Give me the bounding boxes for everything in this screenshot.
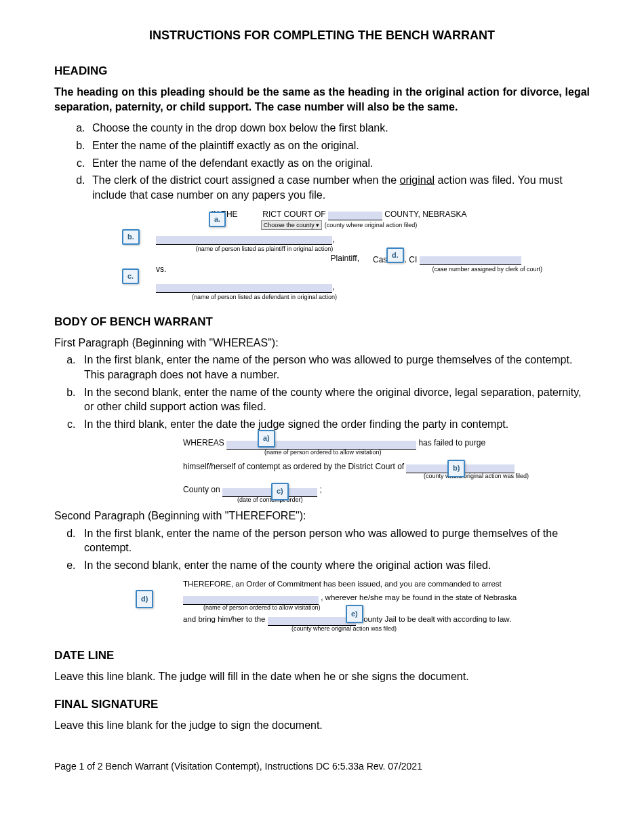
plaintiff-caption: (name of person listed as plaintiff in o… — [156, 245, 373, 253]
heading-list: Choose the county in the drop down box b… — [54, 121, 590, 202]
county-dropdown[interactable]: Choose the county ▾ — [261, 220, 323, 230]
callout-a: a. — [209, 212, 226, 227]
dateline-heading: DATE LINE — [54, 648, 590, 664]
heading-heading: HEADING — [54, 64, 590, 79]
court-title-line: IN THE RICT COURT OF COUNTY, NEBRASKA Ch… — [129, 209, 549, 229]
whereas-line2: himself/herself of contempt as ordered b… — [183, 462, 404, 471]
body-list-2: In the first blank, enter the name of th… — [54, 526, 590, 573]
callout-b: b. — [122, 229, 140, 245]
therefore-figure: d) e) THEREFORE, an Order of Commitment … — [183, 578, 569, 634]
callout-e2: e) — [346, 605, 363, 623]
heading-item-d: The clerk of the district court assigned… — [88, 173, 590, 202]
whereas-label: WHEREAS — [183, 438, 224, 448]
finalsig-heading: FINAL SIGNATURE — [54, 697, 590, 713]
heading-item-a: Choose the county in the drop down box b… — [88, 121, 590, 136]
second-para-label: Second Paragraph (Beginning with "THEREF… — [54, 509, 590, 523]
defendant-blank — [156, 284, 332, 293]
callout-c2: c) — [271, 483, 289, 500]
therefore-cap1: (name of person ordered to allow visitat… — [203, 603, 569, 613]
defendant-caption: (name of person listed as defendant in o… — [156, 293, 373, 301]
dateline-text: Leave this line blank. The judge will fi… — [54, 669, 590, 684]
therefore-line1: THEREFORE, an Order of Commitment has be… — [183, 578, 569, 591]
therefore-cap2: (county where original action was filed) — [291, 624, 569, 634]
vs-label: vs. — [156, 264, 373, 275]
heading-item-d-underline: original — [400, 174, 435, 186]
heading-item-b: Enter the name of the plaintiff exactly … — [88, 138, 590, 153]
body-item-d: In the first blank, enter the name of th… — [79, 526, 590, 555]
court-suffix: COUNTY, NEBRASKA — [384, 210, 466, 219]
therefore-line3post: County Jail to be dealt with according t… — [358, 615, 511, 623]
body-heading: BODY OF BENCH WARRANT — [54, 315, 590, 330]
plaintiff-label: Plaintiff, — [129, 253, 373, 264]
whereas-figure: a) b) c) WHEREAS has failed to purge (na… — [183, 437, 549, 504]
case-no-caption: (case number assigned by clerk of court) — [373, 265, 549, 273]
body-item-c: In the third blank, enter the date the j… — [79, 417, 590, 432]
therefore-line2tail: , wherever he/she may be found in the st… — [321, 593, 517, 601]
callout-b2: b) — [447, 460, 465, 477]
whereas-cap2: (county where original action was filed) — [183, 471, 549, 481]
finalsig-text: Leave this line blank for the judge to s… — [54, 718, 590, 733]
page-title: INSTRUCTIONS FOR COMPLETING THE BENCH WA… — [54, 27, 590, 43]
callout-c: c. — [122, 269, 139, 284]
callout-d: d. — [386, 247, 404, 263]
first-para-label: First Paragraph (Beginning with "WHEREAS… — [54, 336, 590, 351]
therefore-line3pre: and bring him/her to the — [183, 615, 265, 623]
body-item-a: In the first blank, enter the name of th… — [79, 353, 590, 382]
body-list-1: In the first blank, enter the name of th… — [54, 353, 590, 431]
heading-intro: The heading on this pleading should be t… — [54, 85, 590, 114]
whereas-tail1: has failed to purge — [418, 438, 485, 448]
county-caption: (county where original action filed) — [325, 222, 418, 229]
body-item-b: In the second blank, enter the name of t… — [79, 385, 590, 414]
plaintiff-blank — [156, 236, 332, 245]
case-heading-figure: a. b. c. d. IN THE RICT COURT OF COUNTY,… — [129, 209, 549, 300]
court-mid: RICT COURT OF — [262, 210, 325, 219]
heading-item-d-pre: The clerk of the district court assigned… — [92, 174, 400, 186]
case-no-blank — [420, 256, 521, 265]
body-item-e: In the second blank, enter the name of t… — [79, 558, 590, 573]
callout-a2: a) — [258, 430, 275, 448]
callout-d2: d) — [136, 590, 153, 608]
page-footer: Page 1 of 2 Bench Warrant (Visitation Co… — [54, 760, 590, 773]
whereas-line3pre: County on — [183, 485, 220, 494]
heading-item-c: Enter the name of the defendant exactly … — [88, 156, 590, 171]
